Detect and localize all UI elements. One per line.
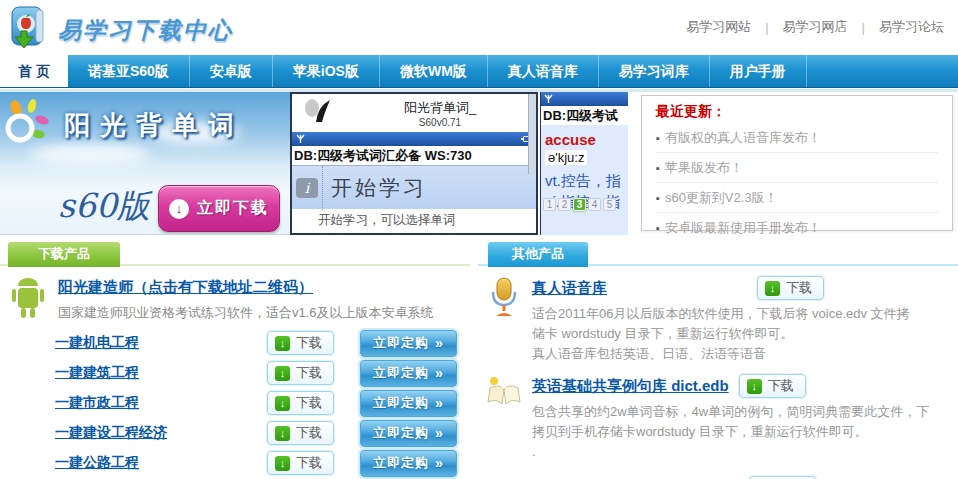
other-product-desc: 真人语音库包括英语、日语、法语等语音 [532, 344, 910, 364]
product-row: 一建机电工程 ↓ 下载 立即定购 » [55, 328, 470, 358]
promo-banner: 阳光背单词 s60版 ↓ 立即下载 [0, 92, 290, 235]
order-now-button[interactable]: 立即定购 » [360, 390, 457, 417]
product-link[interactable]: 一建建筑工程 [55, 364, 267, 382]
product-row: 一建市政工程 ↓ 下载 立即定购 » [55, 388, 470, 418]
other-products-section: 其他产品 真人语音库 ↓ 下载 [478, 242, 958, 479]
download-arrow-icon: ↓ [747, 379, 762, 394]
nav-tab-voice[interactable]: 真人语音库 [488, 55, 599, 87]
update-item: ▪安卓版最新使用手册发布！ [656, 213, 938, 242]
info-icon: i [296, 178, 318, 198]
other-products-header: 其他产品 [478, 242, 958, 266]
product-row: 一建公路工程 ↓ 下载 立即定购 » [55, 448, 470, 478]
download-arrow-icon: ↓ [275, 456, 290, 471]
menu-item-hint: 开始学习，可以选择单词 [292, 212, 536, 229]
other-product-row: 真人语音库 ↓ 下载 适合2011年06月以后版本的软件使用，下载后将 voic… [486, 276, 958, 364]
screenshot-statusbar [541, 92, 628, 106]
other-product-row: 英语基础共享例句库 dict.edb ↓ 下载 包含共享的约2w单词音标，4w单… [486, 374, 958, 462]
recent-updates-panel: 最近更新： ▪有版权的真人语音库发布！ ▪苹果版发布！ ▪s60更新到V2.3版… [641, 95, 953, 231]
nav-tab-s60[interactable]: 诺基亚S60版 [68, 55, 190, 87]
app-logo-icon [300, 96, 334, 130]
page-number: 4 [588, 198, 601, 211]
product-link[interactable]: 一建公路工程 [55, 454, 267, 472]
download-arrow-icon: ↓ [275, 426, 290, 441]
screenshot-scrollbar [528, 94, 536, 174]
download-button[interactable]: ↓ 下载 [267, 421, 334, 445]
sun-logo-icon [2, 98, 54, 154]
nav-tab-android[interactable]: 安卓版 [190, 55, 273, 87]
nav-tab-dict[interactable]: 易学习词库 [599, 55, 710, 87]
microphone-icon [486, 276, 522, 364]
product-row: 一建建筑工程 ↓ 下载 立即定购 » [55, 358, 470, 388]
page-number: 2 [558, 198, 571, 211]
update-item: ▪苹果版发布！ [656, 153, 938, 183]
screenshot-pagination: 1 2 3 4 5 [543, 198, 616, 211]
open-book-icon [486, 374, 522, 462]
page-number: 1 [543, 198, 556, 211]
menu-item-label: 开始学习 [331, 174, 427, 202]
tab-download-products: 下载产品 [8, 242, 120, 267]
download-arrow-icon: ↓ [275, 336, 290, 351]
other-product-desc: 包含共享的约2w单词音标，4w单词的例句，简明词典需要此文件，下 [532, 402, 929, 422]
nav-tab-home[interactable]: 首 页 [0, 55, 68, 87]
word-phonetic: ə'kju:z [545, 150, 587, 165]
word-meaning-vt: vt.控告，指 [541, 166, 628, 191]
product-row: 一建建设工程经济 ↓ 下载 立即定购 » [55, 418, 470, 448]
download-button[interactable]: ↓ 下载 [267, 451, 334, 475]
order-now-button[interactable]: 立即定购 » [360, 330, 457, 357]
screenshot-statusbar [292, 132, 536, 146]
page-number-active: 3 [573, 198, 586, 211]
download-button[interactable]: ↓ 下载 [267, 331, 334, 355]
other-product-link[interactable]: 英语基础共享例句库 dict.edb [532, 377, 729, 396]
nav-tab-ios[interactable]: 苹果iOS版 [273, 55, 380, 87]
link-separator: | [765, 20, 768, 35]
product-link[interactable]: 一建建设工程经济 [55, 424, 267, 442]
featured-product-desc: 国家建造师职业资格考试练习软件，适合v1.6及以上版本安卓系统 [58, 304, 434, 322]
screenshot-app-header: 阳光背单词_ S60v0.71 [292, 94, 536, 132]
download-button[interactable]: ↓ 下载 [267, 361, 334, 385]
screenshot-app-version: S60v0.71 [344, 117, 536, 128]
app-screenshot-word: DB:四级考试 accuse ə'kju:z vt.控告，指 vi.指控，指 1… [540, 92, 628, 235]
screenshot-app-name: 阳光背单词_ [344, 99, 536, 117]
download-button[interactable]: ↓ 下载 [739, 374, 806, 398]
banner-title: 阳光背单词 [64, 108, 244, 143]
other-product-desc: 拷贝到手机存储卡wordstudy 目录下，重新运行软件即可。 [532, 422, 929, 442]
site-title: 易学习下载中心 [58, 15, 233, 46]
featured-product-link[interactable]: 阳光建造师（点击有下载地址二维码） [58, 278, 313, 297]
bullet-icon: ▪ [656, 132, 660, 144]
other-product-desc: 适合2011年06月以后版本的软件使用，下载后将 voice.edv 文件拷 [532, 304, 910, 324]
order-now-button[interactable]: 立即定购 » [360, 420, 457, 447]
signal-icon [544, 92, 553, 108]
link-separator: | [862, 20, 865, 35]
site-logo[interactable]: 易学习下载中心 [6, 4, 233, 56]
page-number: 5 [603, 198, 616, 211]
banner-edition: s60版 [58, 184, 150, 229]
chevron-right-icon: » [435, 395, 444, 411]
nav-tab-wm[interactable]: 微软WM版 [380, 55, 488, 87]
tab-other-products: 其他产品 [488, 242, 588, 267]
update-item: ▪有版权的真人语音库发布！ [656, 123, 938, 153]
top-link-forum[interactable]: 易学习论坛 [879, 18, 944, 36]
download-products-section: 下载产品 阳光建造师（点击有下载地址二维码） 国家建造师职业资格考试练习 [0, 242, 470, 479]
other-product-desc: 储卡 wordstudy 目录下，重新运行软件即可。 [532, 324, 910, 344]
download-arrow-icon: ↓ [275, 366, 290, 381]
top-links: 易学习网站 | 易学习网店 | 易学习论坛 [686, 18, 944, 36]
app-screenshot-menu: 阳光背单词_ S60v0.71 DB:四级考试词汇必备 WS:730 i 开始学… [290, 92, 538, 235]
product-link[interactable]: 一建市政工程 [55, 394, 267, 412]
android-icon [8, 276, 48, 326]
top-link-website[interactable]: 易学习网站 [686, 18, 751, 36]
download-button[interactable]: ↓ 下载 [757, 276, 824, 300]
screenshot-db-line: DB:四级考试词汇必备 WS:730 [292, 146, 536, 165]
nav-tab-manual[interactable]: 用户手册 [710, 55, 807, 87]
download-button[interactable]: ↓ 下载 [267, 391, 334, 415]
order-now-button[interactable]: 立即定购 » [360, 360, 457, 387]
download-arrow-icon: ↓ [275, 396, 290, 411]
product-link[interactable]: 一建机电工程 [55, 334, 267, 352]
update-item: ▪s60更新到V2.3版！ [656, 183, 938, 213]
other-product-link[interactable]: 真人语音库 [532, 279, 757, 298]
featured-product: 阳光建造师（点击有下载地址二维码） 国家建造师职业资格考试练习软件，适合v1.6… [8, 276, 470, 326]
top-link-shop[interactable]: 易学习网店 [783, 18, 848, 36]
chevron-right-icon: » [435, 335, 444, 351]
screenshot-selected-menu: i 开始学习 [292, 165, 536, 209]
banner-download-button[interactable]: ↓ 立即下载 [158, 185, 280, 232]
order-now-button[interactable]: 立即定购 » [360, 450, 457, 477]
